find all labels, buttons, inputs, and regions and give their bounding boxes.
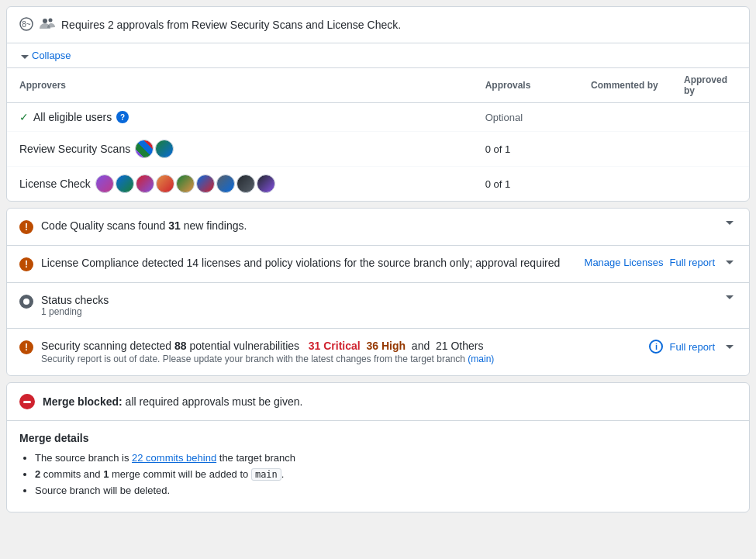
approver-name: Review Security Scans [19,143,130,155]
blocked-label: Merge blocked: [43,395,123,408]
svg-point-2 [43,19,47,23]
approvals-header: 8~ Requires 2 approvals from Review Secu… [7,7,749,43]
avatar [155,140,174,158]
approved-by-cell [671,103,749,132]
license-compliance-text: License Compliance detected 14 licenses … [41,257,560,269]
status-checks-content: Status checks 1 pending [41,294,713,317]
pending-icon [19,295,33,309]
others-text: and 21 Others [412,340,484,352]
expand-button[interactable] [721,259,737,266]
collapse-label: Collapse [32,50,71,61]
merge-details-title: Merge details [19,432,737,444]
status-checks-title: Status checks [41,294,713,306]
branch-code: main [251,468,281,481]
license-compliance-row: ! License Compliance detected 14 license… [7,246,749,283]
warning-icon: ! [19,340,33,354]
table-row: License Check [7,167,749,202]
col-approved-by: Approved by [671,68,749,103]
commented-by-cell [578,103,671,132]
code-quality-row: ! Code Quality scans found 31 new findin… [7,209,749,246]
high-badge: 36 High [367,340,406,352]
table-row: Review Security Scans 0 of 1 [7,132,749,167]
full-report-link[interactable]: Full report [669,257,715,268]
check-icon: ✓ [19,111,29,123]
optional-badge: Optional [485,112,523,123]
approvals-count: 0 of 1 [473,132,578,167]
avatar [95,174,114,193]
bullet1-before: The source branch is [35,452,132,464]
chevron-down-icon [19,50,29,61]
col-commented-by: Commented by [578,68,671,103]
approvals-icon: 8~ [19,17,33,33]
pending-label: 1 pending [41,306,713,317]
list-item: Source branch will be deleted. [35,485,737,496]
count-text: 0 of 1 [485,178,511,190]
avatar [116,174,134,193]
license-compliance-content: License Compliance detected 14 licenses … [41,257,577,269]
expand-button[interactable] [721,343,737,350]
security-sub-text: Security report is out of date. Please u… [41,354,641,364]
table-row: ✓ All eligible users ? Optional [7,103,749,132]
expand-button[interactable] [721,294,737,301]
code-quality-actions [721,219,737,226]
svg-point-3 [49,18,53,22]
count-text: 0 of 1 [485,143,511,155]
approver-name-cell: Review Security Scans [7,132,473,167]
commented-by-cell [578,132,671,167]
license-compliance-actions: Manage Licenses Full report [585,257,737,268]
col-approvers: Approvers [7,68,240,103]
info-icon[interactable]: i [649,340,663,354]
approved-by-cell [671,132,749,167]
collapse-row: Collapse [7,43,749,68]
status-checks-card: ! Code Quality scans found 31 new findin… [6,208,750,376]
expand-button[interactable] [721,219,737,226]
avatar [236,174,255,193]
approvals-card: 8~ Requires 2 approvals from Review Secu… [6,6,750,202]
blocked-icon [19,394,35,409]
status-checks-actions [721,294,737,301]
chevron-down-icon [726,295,734,299]
merge-blocked-text: Merge blocked: all required approvals mu… [43,395,302,408]
collapse-button[interactable]: Collapse [19,50,737,61]
commented-by-cell [578,167,671,202]
security-scanning-row: ! Security scanning detected 88 potentia… [7,329,749,375]
manage-licenses-link[interactable]: Manage Licenses [585,257,664,268]
security-scanning-text: Security scanning detected 88 potential … [41,340,641,352]
approved-by-cell [671,167,749,202]
avatar [136,174,154,193]
help-icon[interactable]: ? [116,111,129,123]
col-approvals: Approvals [473,68,578,103]
avatar [176,174,195,193]
chevron-down-icon [726,345,734,349]
full-report-link[interactable]: Full report [669,341,715,353]
chevron-down-icon [726,221,734,225]
approvals-title: Requires 2 approvals from Review Securit… [61,19,401,31]
bullet1-after: the target branch [219,452,295,464]
approvals-count: Optional [473,103,578,132]
svg-text:8~: 8~ [22,20,31,29]
avatar-group [135,140,174,158]
avatar [196,174,215,193]
avatar [216,174,235,193]
commits-behind-link[interactable]: 22 commits behind [132,452,216,464]
critical-badge: 31 Critical [309,340,361,352]
warning-icon: ! [19,220,33,234]
code-quality-content: Code Quality scans found 31 new findings… [41,219,713,232]
main-branch-link[interactable]: (main) [468,354,494,364]
avatar [135,140,154,158]
approver-name-cell: ✓ All eligible users ? [7,103,473,132]
security-actions: i Full report [649,340,737,354]
approver-name: License Check [19,178,91,190]
approver-name-cell: License Check [7,167,473,202]
avatar-group [95,174,275,193]
col-spacer [240,68,473,103]
code-quality-text: Code Quality scans found 31 new findings… [41,219,247,232]
security-scanning-content: Security scanning detected 88 potential … [41,340,641,364]
list-item: The source branch is 22 commits behind t… [35,452,737,464]
approvers-table: Approvers Approvals Commented by Approve… [7,68,749,201]
warning-icon: ! [19,257,33,271]
merge-blocked-card: Merge blocked: all required approvals mu… [6,382,750,512]
list-item: 2 commits and 1 merge commit will be add… [35,468,737,480]
merge-details-list: The source branch is 22 commits behind t… [19,452,737,496]
merge-details: Merge details The source branch is 22 co… [7,421,749,512]
